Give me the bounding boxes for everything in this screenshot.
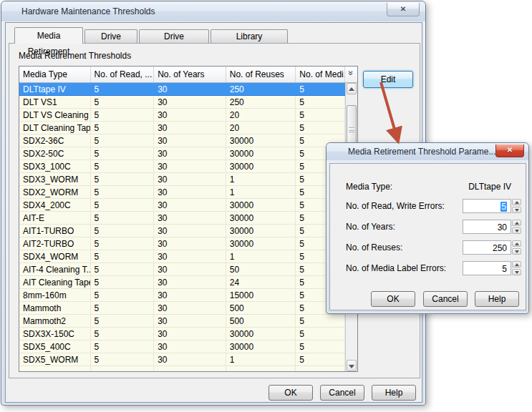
popup-cancel-button[interactable]: Cancel	[423, 291, 468, 307]
table-cell: 5	[91, 340, 155, 353]
table-cell: 50	[226, 263, 296, 275]
edit-button[interactable]: Edit	[363, 71, 413, 88]
spinner-input[interactable]: 30	[463, 220, 511, 234]
table-cell: 5	[296, 109, 345, 121]
table-row[interactable]: SDX3X-150C530300005	[19, 328, 345, 340]
table-row[interactable]: DLTtape IV5302505	[19, 83, 345, 96]
spin-down-button[interactable]	[512, 227, 521, 234]
table-cell: DLT VS Cleaning ...	[19, 109, 91, 121]
close-icon: ✕	[400, 5, 406, 13]
table-cell: 5	[91, 122, 155, 134]
table-cell: 5	[91, 225, 155, 237]
spinner-buttons	[512, 261, 521, 275]
ok-button[interactable]: OK	[269, 385, 313, 401]
popup-close-button[interactable]: ✕	[495, 144, 524, 157]
table-row[interactable]: AIT Cleaning Tape530245	[19, 276, 345, 289]
popup-ok-button[interactable]: OK	[371, 291, 415, 307]
table-row[interactable]: AIT2-TURBO530300005	[19, 237, 345, 250]
spinner-input[interactable]: 250	[463, 240, 511, 255]
scroll-down-button[interactable]	[347, 360, 357, 371]
spin-up-icon	[515, 201, 519, 204]
table-cell: 5	[296, 340, 345, 353]
column-options-button[interactable]: »	[345, 67, 357, 82]
spin-down-button[interactable]	[512, 269, 521, 275]
table-row[interactable]: 8mm-160m530150005	[19, 289, 345, 302]
table-row[interactable]: DLT Cleaning Tape530205	[19, 122, 345, 134]
column-header[interactable]: No. of Medi...	[296, 67, 345, 82]
column-header[interactable]: No. of Reuses	[226, 67, 296, 82]
column-header[interactable]: Media Type	[19, 67, 91, 82]
table-cell: 30000	[226, 340, 296, 353]
table-row[interactable]: DLT VS Cleaning ...530205	[19, 109, 345, 122]
main-close-button[interactable]: ✕	[387, 3, 420, 16]
tab-drive-cleaning[interactable]: Drive Cleaning	[84, 29, 137, 44]
cancel-button[interactable]: Cancel	[320, 385, 364, 401]
popup-dialog-body: Media Type:DLTtape IVNo. of Read, Write …	[329, 163, 526, 310]
help-button[interactable]: Help	[372, 385, 416, 401]
table-cell: 30	[154, 173, 226, 185]
spin-up-button[interactable]	[512, 261, 521, 268]
table-row[interactable]: SDX3_100C530300005	[19, 160, 345, 173]
spin-down-icon	[515, 250, 519, 253]
table-row[interactable]: SDX2_WORM53015	[19, 186, 345, 199]
spin-up-button[interactable]	[512, 240, 521, 247]
table-cell: SDX3_100C	[19, 160, 91, 172]
spin-up-button[interactable]	[512, 199, 521, 205]
table-cell: SDX3X-150C	[19, 328, 91, 340]
popup-titlebar[interactable]: Media Retirement Threshold Parame... ✕	[327, 143, 528, 160]
table-cell: 30	[154, 134, 226, 147]
table-cell	[296, 366, 345, 371]
table-cell: 30000	[226, 237, 296, 250]
tab-media-retirement[interactable]: Media Retirement	[14, 27, 83, 44]
table-cell: AIT-E	[19, 212, 91, 224]
tab-drive-maintenance[interactable]: Drive Maintenance	[139, 29, 209, 44]
table-row[interactable]: AIT-4 Cleaning T...530505	[19, 263, 345, 276]
table-row[interactable]: AIT-E530300005	[19, 212, 345, 225]
table-cell: 5	[91, 134, 155, 147]
table-row[interactable]: SDX2-50C530300005	[19, 147, 345, 160]
table-cell	[19, 366, 91, 371]
table-row[interactable]: SDX4_200C530300005	[19, 199, 345, 212]
table-cell: 30	[154, 109, 226, 121]
table-cell: 30	[154, 289, 226, 301]
table-cell: SDX2-36C	[19, 134, 91, 147]
table-cell	[91, 366, 155, 371]
field-label: No. of Read, Write Errors:	[346, 201, 445, 211]
popup-help-button[interactable]: Help	[475, 291, 519, 307]
column-header[interactable]: No. of Years	[154, 67, 226, 82]
table-cell: 20	[226, 109, 296, 121]
table-cell: 30	[154, 302, 226, 314]
main-titlebar[interactable]: Hardware Maintenance Thresholds ✕	[1, 1, 425, 21]
column-header[interactable]: No. of Read, ...	[91, 67, 155, 82]
table-row[interactable]: SDX4_WORM53015	[19, 250, 345, 263]
table-row[interactable]: SDX2-36C530300005	[19, 134, 345, 147]
table-row[interactable]: Mammoth5305005	[19, 302, 345, 315]
table-row[interactable]: AIT1-TURBO530300005	[19, 225, 345, 237]
spin-down-button[interactable]	[512, 248, 521, 255]
table-cell: 8mm-160m	[19, 289, 91, 301]
spinner-input[interactable]: 5	[463, 261, 511, 275]
table-cell: 30000	[226, 199, 296, 211]
tab-library-maintenance[interactable]: Library Maintenance	[211, 29, 288, 44]
table-cell	[154, 366, 226, 371]
table-row-partial[interactable]	[19, 366, 345, 371]
table-row[interactable]: DLT VS15302505	[19, 96, 345, 109]
popup-dialog-window: Media Retirement Threshold Parame... ✕ M…	[326, 142, 529, 314]
table-row[interactable]: SDX5_400C530300005	[19, 340, 345, 353]
table-cell: 30000	[226, 147, 296, 160]
table-cell: 5	[91, 186, 155, 198]
table-row[interactable]: SDX5_WORM53015	[19, 353, 345, 366]
spin-up-button[interactable]	[512, 220, 521, 226]
spinner-input[interactable]: 5	[463, 199, 511, 213]
table-row[interactable]: Mammoth25305005	[19, 315, 345, 328]
spin-down-button[interactable]	[512, 207, 521, 213]
media-type-value: DLTtape IV	[468, 182, 511, 192]
media-thresholds-table[interactable]: Media TypeNo. of Read, ...No. of YearsNo…	[19, 66, 358, 372]
spinner-buttons	[512, 240, 521, 255]
table-cell: 30	[154, 186, 226, 198]
field-label: No. of Years:	[346, 222, 395, 232]
table-row[interactable]: SDX3_WORM53015	[19, 173, 345, 186]
table-cell: 15000	[226, 289, 296, 301]
table-cell: 24	[226, 276, 296, 288]
scroll-up-button[interactable]	[347, 83, 357, 94]
